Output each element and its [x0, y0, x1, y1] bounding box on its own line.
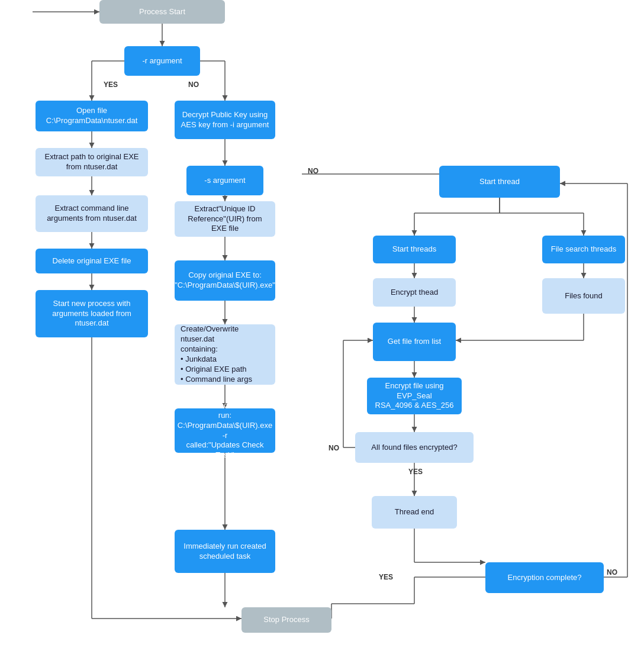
decrypt-pubkey-label: Decrypt Public Key using AES key from -i…	[181, 110, 269, 130]
process-start-label: Process Start	[139, 7, 185, 17]
r-argument-label: -r argument	[142, 56, 182, 66]
run-task-label: Immediately run created scheduled task	[183, 542, 266, 562]
encrypt-thead-label: Encrypt thead	[391, 288, 438, 298]
extract-path-label: Extract path to original EXE from ntuser…	[45, 152, 139, 172]
extract-uir-node: Extract"Unique ID Reference"(UIR) from E…	[175, 201, 275, 237]
no-label-allenc: NO	[329, 444, 339, 452]
no-label-enccomp: NO	[607, 568, 617, 577]
create-task-node: Create scheduled task to run: C:\Program…	[175, 408, 275, 453]
encrypt-file-node: Encrypt file using EVP_Seal RSA_4096 & A…	[367, 378, 462, 414]
encrypt-file-label: Encrypt file using EVP_Seal RSA_4096 & A…	[373, 381, 456, 411]
no-label-r: NO	[188, 80, 199, 89]
start-threads-node: Start threads	[373, 236, 456, 263]
open-file-label: Open file C:\ProgramData\ntuser.dat	[46, 106, 138, 126]
delete-exe-label: Delete original EXE file	[53, 256, 131, 266]
create-task-label: Create scheduled task to run: C:\Program…	[178, 401, 272, 460]
create-ntuser-node: Create/Overwrite ntuser.dat containing: …	[175, 324, 275, 385]
file-search-threads-label: File search threads	[551, 244, 617, 255]
start-thread-label: Start thread	[479, 177, 520, 187]
no-label-s: NO	[308, 167, 318, 175]
delete-exe-node: Delete original EXE file	[36, 249, 148, 273]
extract-uir-label: Extract"Unique ID Reference"(UIR) from E…	[181, 204, 269, 234]
copy-exe-label: Copy original EXE to: "C:\ProgramData\$(…	[175, 270, 275, 291]
start-new-process-label: Start new process with arguments loaded …	[52, 299, 131, 329]
files-found-label: Files found	[565, 291, 603, 301]
run-task-node: Immediately run created scheduled task	[175, 530, 275, 573]
yes-label-allenc: YES	[408, 468, 423, 476]
thread-end-node: Thread end	[372, 496, 457, 529]
start-threads-label: Start threads	[392, 244, 436, 255]
yes-label-r: YES	[104, 80, 118, 89]
thread-end-label: Thread end	[395, 507, 434, 517]
encryption-complete-node: Encryption complete?	[485, 562, 604, 593]
all-encrypted-label: All found files encrypted?	[371, 443, 457, 453]
extract-path-node: Extract path to original EXE from ntuser…	[36, 148, 148, 176]
stop-process-label: Stop Process	[263, 615, 309, 625]
start-new-process-node: Start new process with arguments loaded …	[36, 290, 148, 337]
flowchart-diagram: Process Start -r argument YES NO Open fi…	[0, 0, 644, 657]
get-file-node: Get file from list	[373, 323, 456, 361]
r-argument-node: -r argument	[124, 46, 200, 76]
encrypt-thead-node: Encrypt thead	[373, 278, 456, 307]
encryption-complete-label: Encryption complete?	[507, 573, 581, 583]
get-file-label: Get file from list	[388, 337, 441, 347]
s-argument-node: -s argument	[186, 166, 263, 195]
open-file-node: Open file C:\ProgramData\ntuser.dat	[36, 101, 148, 131]
decrypt-pubkey-node: Decrypt Public Key using AES key from -i…	[175, 101, 275, 139]
copy-exe-node: Copy original EXE to: "C:\ProgramData\$(…	[175, 260, 275, 301]
s-argument-label: -s argument	[204, 176, 245, 186]
extract-cmd-label: Extract command line arguments from ntus…	[47, 204, 137, 224]
create-ntuser-label: Create/Overwrite ntuser.dat containing: …	[181, 324, 269, 384]
files-found-node: Files found	[542, 278, 625, 314]
stop-process-node: Stop Process	[242, 607, 331, 633]
all-encrypted-node: All found files encrypted?	[355, 432, 474, 463]
start-thread-node: Start thread	[439, 166, 560, 198]
extract-cmd-node: Extract command line arguments from ntus…	[36, 195, 148, 232]
file-search-threads-node: File search threads	[542, 236, 625, 263]
process-start-node: Process Start	[99, 0, 225, 24]
yes-label-enccomp: YES	[379, 573, 393, 581]
